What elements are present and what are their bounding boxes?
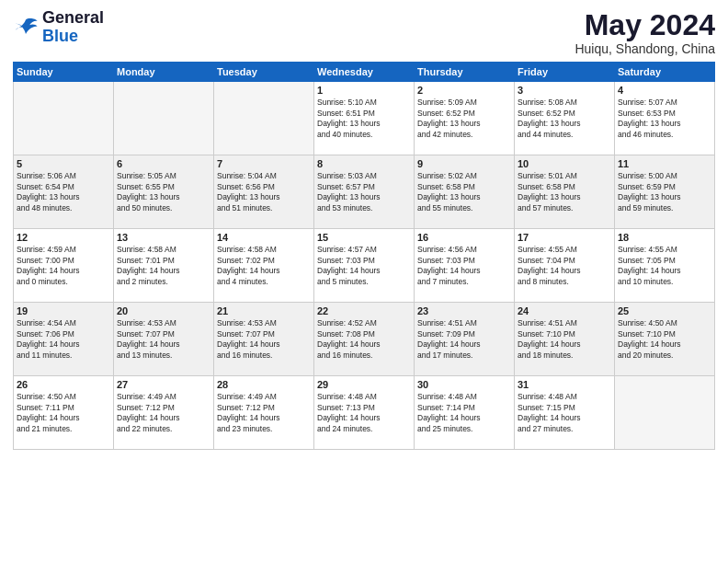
day-info: Sunrise: 5:00 AM Sunset: 6:59 PM Dayligh… (618, 171, 711, 213)
calendar-header-tuesday: Tuesday (214, 63, 314, 82)
calendar-week-4: 26Sunrise: 4:50 AM Sunset: 7:11 PM Dayli… (14, 376, 715, 450)
day-number: 23 (417, 305, 511, 316)
calendar-week-1: 5Sunrise: 5:06 AM Sunset: 6:54 PM Daylig… (14, 155, 715, 229)
day-info: Sunrise: 4:50 AM Sunset: 7:11 PM Dayligh… (17, 392, 110, 434)
calendar-header-saturday: Saturday (615, 63, 715, 82)
day-number: 10 (518, 158, 611, 169)
calendar-header-wednesday: Wednesday (314, 63, 415, 82)
day-info: Sunrise: 4:58 AM Sunset: 7:01 PM Dayligh… (117, 245, 210, 287)
calendar-cell: 28Sunrise: 4:49 AM Sunset: 7:12 PM Dayli… (214, 376, 314, 450)
calendar-cell: 13Sunrise: 4:58 AM Sunset: 7:01 PM Dayli… (114, 229, 214, 303)
calendar-cell: 14Sunrise: 4:58 AM Sunset: 7:02 PM Dayli… (214, 229, 314, 303)
calendar-cell: 10Sunrise: 5:01 AM Sunset: 6:58 PM Dayli… (515, 155, 615, 229)
calendar-header-friday: Friday (515, 63, 615, 82)
calendar-cell: 7Sunrise: 5:04 AM Sunset: 6:56 PM Daylig… (214, 155, 314, 229)
day-info: Sunrise: 5:04 AM Sunset: 6:56 PM Dayligh… (217, 171, 311, 213)
calendar-header-sunday: Sunday (14, 63, 114, 82)
day-info: Sunrise: 4:53 AM Sunset: 7:07 PM Dayligh… (117, 318, 210, 361)
calendar-cell: 12Sunrise: 4:59 AM Sunset: 7:00 PM Dayli… (14, 229, 114, 303)
day-info: Sunrise: 4:58 AM Sunset: 7:02 PM Dayligh… (217, 245, 311, 287)
calendar-week-3: 19Sunrise: 4:54 AM Sunset: 7:06 PM Dayli… (14, 303, 715, 376)
logo: General Blue (13, 9, 104, 46)
day-number: 25 (618, 305, 711, 316)
day-info: Sunrise: 4:49 AM Sunset: 7:12 PM Dayligh… (217, 392, 311, 434)
day-info: Sunrise: 5:03 AM Sunset: 6:57 PM Dayligh… (317, 171, 411, 213)
day-number: 1 (317, 85, 411, 96)
logo-icon (13, 15, 39, 40)
calendar-cell: 9Sunrise: 5:02 AM Sunset: 6:58 PM Daylig… (415, 155, 515, 229)
day-number: 30 (417, 379, 511, 390)
calendar-cell: 11Sunrise: 5:00 AM Sunset: 6:59 PM Dayli… (615, 155, 715, 229)
day-info: Sunrise: 5:05 AM Sunset: 6:55 PM Dayligh… (117, 171, 210, 213)
day-number: 15 (317, 232, 411, 243)
page: General Blue May 2024 Huiqu, Shandong, C… (0, 0, 728, 563)
day-number: 11 (618, 158, 711, 169)
day-info: Sunrise: 4:57 AM Sunset: 7:03 PM Dayligh… (317, 245, 411, 287)
calendar-cell: 21Sunrise: 4:53 AM Sunset: 7:07 PM Dayli… (214, 303, 314, 376)
calendar-cell (14, 82, 114, 155)
calendar-week-2: 12Sunrise: 4:59 AM Sunset: 7:00 PM Dayli… (14, 229, 715, 303)
calendar-cell: 23Sunrise: 4:51 AM Sunset: 7:09 PM Dayli… (415, 303, 515, 376)
calendar-cell: 19Sunrise: 4:54 AM Sunset: 7:06 PM Dayli… (14, 303, 114, 376)
calendar-cell: 5Sunrise: 5:06 AM Sunset: 6:54 PM Daylig… (14, 155, 114, 229)
day-number: 22 (317, 305, 411, 316)
day-number: 3 (518, 85, 611, 96)
day-info: Sunrise: 5:07 AM Sunset: 6:53 PM Dayligh… (618, 98, 711, 140)
day-number: 29 (317, 379, 411, 390)
logo-text: General Blue (42, 9, 104, 46)
calendar-cell: 30Sunrise: 4:48 AM Sunset: 7:14 PM Dayli… (415, 376, 515, 450)
day-number: 16 (417, 232, 511, 243)
day-number: 18 (618, 232, 711, 243)
day-number: 7 (217, 158, 311, 169)
day-number: 2 (417, 85, 511, 96)
day-info: Sunrise: 5:08 AM Sunset: 6:52 PM Dayligh… (518, 98, 611, 140)
calendar-header-monday: Monday (114, 63, 214, 82)
day-number: 31 (518, 379, 611, 390)
calendar-cell: 29Sunrise: 4:48 AM Sunset: 7:13 PM Dayli… (314, 376, 415, 450)
calendar-week-0: 1Sunrise: 5:10 AM Sunset: 6:51 PM Daylig… (14, 82, 715, 155)
calendar-cell: 27Sunrise: 4:49 AM Sunset: 7:12 PM Dayli… (114, 376, 214, 450)
day-number: 24 (518, 305, 611, 316)
day-number: 12 (17, 232, 110, 243)
day-number: 14 (217, 232, 311, 243)
calendar-cell: 3Sunrise: 5:08 AM Sunset: 6:52 PM Daylig… (515, 82, 615, 155)
calendar-cell: 4Sunrise: 5:07 AM Sunset: 6:53 PM Daylig… (615, 82, 715, 155)
calendar-cell: 18Sunrise: 4:55 AM Sunset: 7:05 PM Dayli… (615, 229, 715, 303)
calendar-cell: 15Sunrise: 4:57 AM Sunset: 7:03 PM Dayli… (314, 229, 415, 303)
calendar-cell: 25Sunrise: 4:50 AM Sunset: 7:10 PM Dayli… (615, 303, 715, 376)
calendar-cell: 22Sunrise: 4:52 AM Sunset: 7:08 PM Dayli… (314, 303, 415, 376)
day-info: Sunrise: 4:49 AM Sunset: 7:12 PM Dayligh… (117, 392, 210, 434)
calendar-cell (114, 82, 214, 155)
calendar-cell: 24Sunrise: 4:51 AM Sunset: 7:10 PM Dayli… (515, 303, 615, 376)
day-info: Sunrise: 4:54 AM Sunset: 7:06 PM Dayligh… (17, 318, 110, 361)
day-number: 21 (217, 305, 311, 316)
day-info: Sunrise: 4:48 AM Sunset: 7:14 PM Dayligh… (417, 392, 511, 434)
day-info: Sunrise: 4:56 AM Sunset: 7:03 PM Dayligh… (417, 245, 511, 287)
day-info: Sunrise: 4:55 AM Sunset: 7:05 PM Dayligh… (618, 245, 711, 287)
day-number: 26 (17, 379, 110, 390)
calendar-cell: 6Sunrise: 5:05 AM Sunset: 6:55 PM Daylig… (114, 155, 214, 229)
day-info: Sunrise: 4:51 AM Sunset: 7:10 PM Dayligh… (518, 318, 611, 361)
day-number: 5 (17, 158, 110, 169)
title-block: May 2024 Huiqu, Shandong, China (574, 9, 715, 56)
day-number: 19 (17, 305, 110, 316)
day-number: 17 (518, 232, 611, 243)
calendar-cell: 16Sunrise: 4:56 AM Sunset: 7:03 PM Dayli… (415, 229, 515, 303)
calendar-cell: 26Sunrise: 4:50 AM Sunset: 7:11 PM Dayli… (14, 376, 114, 450)
calendar-cell: 8Sunrise: 5:03 AM Sunset: 6:57 PM Daylig… (314, 155, 415, 229)
day-info: Sunrise: 5:06 AM Sunset: 6:54 PM Dayligh… (17, 171, 110, 213)
calendar-header-thursday: Thursday (415, 63, 515, 82)
calendar-cell (615, 376, 715, 450)
location: Huiqu, Shandong, China (574, 41, 715, 56)
day-number: 27 (117, 379, 210, 390)
day-info: Sunrise: 4:53 AM Sunset: 7:07 PM Dayligh… (217, 318, 311, 361)
day-number: 9 (417, 158, 511, 169)
day-info: Sunrise: 4:50 AM Sunset: 7:10 PM Dayligh… (618, 318, 711, 361)
logo-line2: Blue (42, 28, 104, 46)
calendar-cell: 2Sunrise: 5:09 AM Sunset: 6:52 PM Daylig… (415, 82, 515, 155)
day-number: 4 (618, 85, 711, 96)
day-info: Sunrise: 4:52 AM Sunset: 7:08 PM Dayligh… (317, 318, 411, 361)
day-number: 8 (317, 158, 411, 169)
calendar-cell: 17Sunrise: 4:55 AM Sunset: 7:04 PM Dayli… (515, 229, 615, 303)
day-number: 28 (217, 379, 311, 390)
